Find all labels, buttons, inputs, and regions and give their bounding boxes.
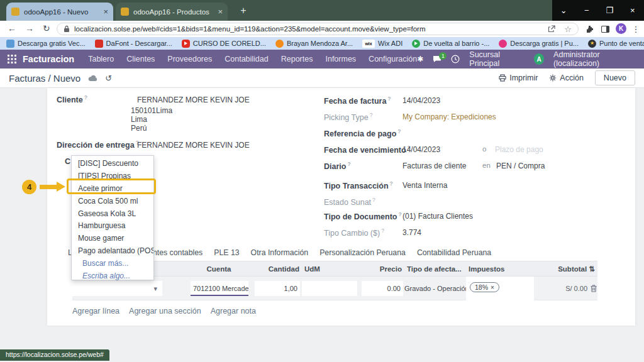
back-icon[interactable]: ← (8, 23, 16, 33)
print-button[interactable]: Imprimir (499, 74, 538, 82)
delete-line-icon[interactable] (591, 285, 597, 292)
add-line-link[interactable]: Agregar línea (72, 307, 119, 315)
field-label-referencia-pago: Referencia de pago? (324, 128, 401, 138)
picking-type-value[interactable]: My Company: Expediciones (402, 112, 496, 121)
moneda-value[interactable]: PEN / Compra (496, 162, 545, 170)
bookmark-item[interactable]: ★Punto de venta Ven... (588, 40, 644, 48)
field-label-fecha-factura: Fecha de factura? (324, 96, 391, 106)
dropdown-search-more[interactable]: Buscar más... (72, 258, 153, 270)
messages-icon[interactable]: 1 (433, 55, 441, 63)
product-input[interactable]: ▾ (72, 281, 162, 296)
bookmark-item[interactable]: Descarga gratis Vec... (6, 40, 86, 48)
play-icon (412, 40, 420, 48)
side-panel-icon[interactable] (599, 23, 611, 35)
tipo-documento-value[interactable]: (01) Factura Clientes (402, 212, 473, 221)
dropdown-item-pago-adelantado[interactable]: Pago adelantado (POS) (72, 245, 153, 258)
share-icon[interactable] (548, 25, 555, 33)
field-label-partial: C (65, 157, 70, 166)
new-button[interactable]: Nuevo (595, 70, 635, 85)
new-tab-button[interactable]: + (236, 4, 250, 18)
udm-input[interactable] (302, 281, 357, 296)
forward-icon[interactable]: → (25, 23, 34, 33)
subtotal-value: S/ 0.00 (565, 285, 587, 292)
user-name[interactable]: Administrator (localizacion) (553, 50, 636, 68)
odoo-favicon (11, 8, 19, 16)
tab-search-icon[interactable]: ⌄ (552, 0, 575, 21)
menu-clientes[interactable]: Clientes (126, 55, 155, 63)
tab-close-icon[interactable]: × (103, 7, 108, 16)
col-udm: UdM (302, 265, 362, 273)
direccion-value[interactable]: FERNANDEZ MORE KEVIN JOE (137, 141, 250, 150)
tab-personalizacion-peruana[interactable]: Personalización Peruana (319, 248, 406, 257)
remove-tag-icon[interactable]: × (491, 284, 494, 291)
tipo-afectacion-value[interactable]: Gravado - Operación (404, 277, 466, 292)
apps-grid-icon[interactable] (8, 55, 16, 63)
cliente-name[interactable]: FERNANDEZ MORE KEVIN JOE (137, 96, 250, 104)
breadcrumb[interactable]: Facturas / Nuevo (9, 73, 80, 84)
maximize-icon[interactable]: ❐ (598, 0, 621, 21)
tab-contabilidad-peruana[interactable]: Contabilidad Peruana (417, 248, 491, 257)
menu-tablero[interactable]: Tablero (88, 55, 114, 63)
browser-tab-inactive[interactable]: odooApp16 - Productos × (116, 3, 228, 21)
minimize-icon[interactable]: − (575, 0, 599, 21)
diario-value[interactable]: Facturas de cliente (402, 162, 466, 170)
cantidad-input[interactable]: 1,00 (255, 281, 300, 296)
dropdown-item-hamburguesa[interactable]: Hamburguesa (72, 220, 153, 233)
fecha-vencimiento-value[interactable]: 14/04/2023 (402, 145, 440, 154)
optional-columns-icon[interactable]: ⇅ (589, 265, 595, 273)
dropdown-caret-icon[interactable]: ▾ (153, 281, 157, 296)
tab-otra-informacion[interactable]: Otra Información (251, 248, 309, 257)
annotation-step-number: 4 (22, 180, 36, 194)
impuestos-cell[interactable]: 18%× (466, 277, 534, 300)
profile-avatar[interactable]: K (616, 23, 626, 34)
bookmark-item[interactable]: wixWix ADI (362, 40, 402, 48)
enterprise-icon[interactable]: ✱ (417, 55, 423, 63)
bookmark-item[interactable]: De vuelta al barrio -... (412, 40, 489, 48)
tipo-cambio-value[interactable]: 3.774 (402, 228, 421, 237)
col-precio: Precio (362, 265, 404, 273)
col-cuenta: Cuenta (187, 265, 250, 273)
tab-close-icon[interactable]: × (218, 7, 223, 16)
menu-contabilidad[interactable]: Contabilidad (225, 55, 269, 63)
lock-icon (64, 25, 70, 33)
browser-menu-icon[interactable]: ⋮ (630, 23, 641, 35)
cliente-city: Lima (131, 115, 147, 124)
bookmark-item[interactable]: CURSO DE CORELD... (182, 40, 266, 48)
dropdown-item-gaseosa[interactable]: Gaseosa Kola 3L (72, 208, 153, 221)
activities-clock-icon[interactable] (451, 55, 460, 63)
menu-reportes[interactable]: Reportes (281, 55, 313, 63)
cuenta-input[interactable]: 7012100 Mercader (191, 281, 248, 296)
company-name[interactable]: Sucursal Principal (469, 50, 525, 68)
add-note-link[interactable]: Agregar nota (211, 307, 256, 315)
browser-toolbar: ← → ↻ localizacion.solse.pe/web#cids=1&b… (0, 21, 644, 37)
dropdown-item-coca-cola[interactable]: Coca Cola 500 ml (72, 195, 153, 208)
menu-configuracion[interactable]: Configuración (369, 55, 417, 63)
fecha-factura-value[interactable]: 14/04/2023 (402, 96, 440, 105)
dropdown-item-descuento[interactable]: [DISC] Descuento (72, 158, 153, 170)
browser-tab-active[interactable]: odooApp16 - Nuevo × (6, 3, 113, 21)
app-name[interactable]: Facturacion (23, 54, 74, 64)
save-cloud-icon[interactable] (88, 75, 97, 82)
bookmark-item[interactable]: Brayan Mendoza Ar... (275, 40, 353, 48)
col-subtotal: Subtotal ⇅ (534, 265, 597, 273)
add-section-link[interactable]: Agregar una sección (129, 307, 201, 315)
precio-input[interactable]: 0.00 (362, 281, 403, 296)
action-button[interactable]: Acción (549, 74, 584, 82)
address-bar[interactable]: localizacion.solse.pe/web#cids=1&bids=1&… (57, 23, 579, 35)
extensions-icon[interactable] (584, 23, 595, 35)
dropdown-item-mouse-gamer[interactable]: Mouse gamer (72, 233, 153, 245)
dropdown-type-something[interactable]: Escriba algo... (72, 270, 153, 283)
tipo-transaccion-value[interactable]: Venta Interna (402, 181, 447, 190)
bookmark-item[interactable]: Descarga gratis | Pu... (499, 40, 579, 48)
tax-tag[interactable]: 18%× (470, 282, 499, 292)
plazo-pago-placeholder[interactable]: Plazo de pago (495, 145, 543, 154)
discard-undo-icon[interactable]: ↺ (105, 74, 112, 83)
bookmark-star-icon[interactable]: ☆ (564, 25, 572, 34)
refresh-icon[interactable]: ↻ (43, 23, 50, 33)
menu-proveedores[interactable]: Proveedores (167, 55, 212, 63)
dot-icon (499, 40, 507, 48)
bookmark-item[interactable]: DaFont - Descargar... (95, 40, 172, 48)
close-icon[interactable]: × (621, 0, 644, 21)
menu-informes[interactable]: Informes (325, 55, 356, 63)
tab-ple13[interactable]: PLE 13 (214, 248, 239, 257)
